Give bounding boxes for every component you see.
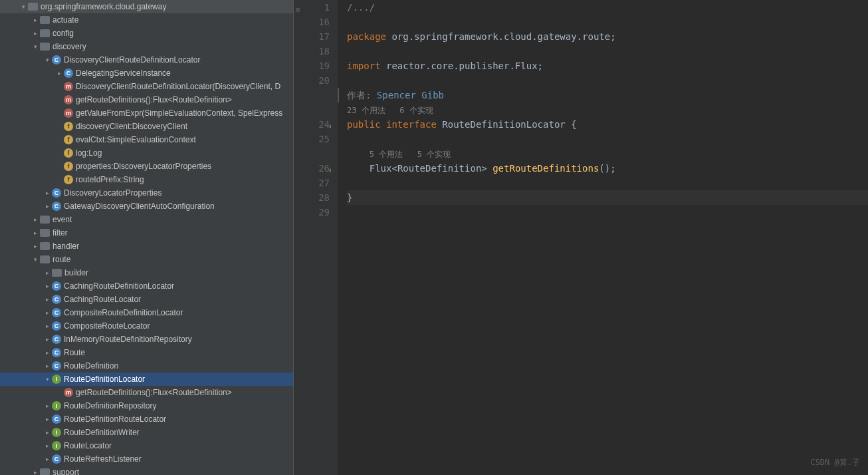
- expand-arrow-icon[interactable]: ▸: [32, 230, 39, 236]
- tree-item[interactable]: ▸mgetRouteDefinitions():Flux<RouteDefini…: [0, 386, 293, 399]
- expand-arrow-icon[interactable]: ▸: [44, 429, 51, 436]
- expand-arrow-icon[interactable]: ▸: [44, 323, 51, 329]
- tree-item[interactable]: ▸CCachingRouteDefinitionLocator: [0, 279, 293, 293]
- folder-icon: [40, 16, 50, 24]
- tree-item[interactable]: ▾IRouteDefinitionLocator: [0, 373, 293, 386]
- class-icon: C: [64, 69, 73, 78]
- tree-item[interactable]: ▸fdiscoveryClient:DiscoveryClient: [0, 120, 293, 133]
- tree-item[interactable]: ▸mgetRouteDefinitions():Flux<RouteDefini…: [0, 93, 293, 106]
- tree-item[interactable]: ▸mgetValueFromExpr(SimpleEvaluationConte…: [0, 106, 293, 120]
- expand-arrow-icon[interactable]: ▾: [32, 43, 39, 50]
- tree-item[interactable]: ▸config: [0, 27, 293, 40]
- expand-arrow-icon[interactable]: ▸: [44, 402, 51, 409]
- tree-item[interactable]: ▸CCachingRouteLocator: [0, 293, 293, 306]
- tree-item[interactable]: ▸fevalCtxt:SimpleEvaluationContext: [0, 133, 293, 146]
- expand-arrow-icon[interactable]: ▾: [44, 57, 51, 63]
- class-icon: C: [52, 361, 61, 371]
- method-name: getRouteDefinitions: [492, 163, 599, 174]
- expand-arrow-icon[interactable]: ▸: [44, 203, 51, 210]
- class-icon: C: [52, 321, 61, 331]
- expand-arrow-icon[interactable]: ▸: [44, 363, 51, 369]
- tree-item[interactable]: ▸CInMemoryRouteDefinitionRepository: [0, 333, 293, 346]
- tree-item[interactable]: ▸event: [0, 213, 293, 226]
- brace: {: [571, 119, 576, 130]
- expand-arrow-icon[interactable]: ▸: [44, 190, 51, 196]
- tree-item[interactable]: ▸frouteIdPrefix:String: [0, 173, 293, 186]
- line-number: [294, 88, 330, 102]
- class-icon: C: [52, 335, 61, 344]
- tree-item[interactable]: ▸CDiscoveryLocatorProperties: [0, 186, 293, 200]
- field-icon: f: [64, 148, 73, 158]
- expand-arrow-icon[interactable]: ▾: [44, 376, 51, 383]
- expand-arrow-icon[interactable]: ▸: [32, 30, 39, 37]
- code-area[interactable]: /.../ package org.springframework.cloud.…: [338, 0, 868, 475]
- tree-item-label: CachingRouteDefinitionLocator: [64, 281, 174, 291]
- class-icon: C: [52, 414, 61, 424]
- tree-item[interactable]: ▸IRouteDefinitionRepository: [0, 399, 293, 412]
- interface-name: RouteDefinitionLocator: [442, 119, 571, 130]
- usage-hint[interactable]: 23 个用法 6 个实现: [347, 106, 433, 115]
- tree-item-label: CompositeRouteLocator: [64, 321, 150, 331]
- tree-item[interactable]: ▾CDiscoveryClientRouteDefinitionLocator: [0, 53, 293, 67]
- tree-item[interactable]: ▸CRouteDefinitionRouteLocator: [0, 412, 293, 426]
- tree-item[interactable]: ▸mDiscoveryClientRouteDefinitionLocator(…: [0, 80, 293, 93]
- tree-item[interactable]: ▸CRouteRefreshListener: [0, 452, 293, 466]
- brace: }: [347, 192, 352, 203]
- tree-item[interactable]: ▸IRouteLocator: [0, 439, 293, 452]
- folder-icon: [40, 43, 50, 51]
- expand-arrow-icon[interactable]: ▸: [32, 216, 39, 223]
- line-number: 16: [294, 15, 330, 29]
- tree-item[interactable]: ▾discovery: [0, 40, 293, 53]
- fold-placeholder[interactable]: /.../: [347, 2, 375, 13]
- expand-arrow-icon[interactable]: ▸: [32, 469, 39, 475]
- tree-item[interactable]: ▸CCompositeRouteDefinitionLocator: [0, 306, 293, 319]
- tree-item[interactable]: ▸actuate: [0, 13, 293, 27]
- tree-item[interactable]: ▸IRouteDefinitionWriter: [0, 426, 293, 439]
- tree-item[interactable]: ▸CRouteDefinition: [0, 359, 293, 373]
- tree-item-label: discovery: [53, 42, 86, 51]
- expand-arrow-icon[interactable]: ▸: [32, 243, 39, 249]
- expand-arrow-icon[interactable]: ▸: [44, 296, 51, 303]
- tree-item-label: log:Log: [76, 148, 102, 158]
- project-tree[interactable]: ▾org.springframework.cloud.gateway▸actua…: [0, 0, 294, 475]
- expand-arrow-icon[interactable]: ▸: [44, 456, 51, 462]
- tree-item[interactable]: ▸fproperties:DiscoveryLocatorProperties: [0, 160, 293, 173]
- line-number: 25: [294, 132, 330, 146]
- tree-item[interactable]: ▾org.springframework.cloud.gateway: [0, 0, 293, 13]
- gutter: ⊞1 16 17 18 19 20 24⬇ 25 26⬇ 27 28 29: [294, 0, 338, 475]
- tree-item-label: CachingRouteLocator: [64, 295, 141, 304]
- tree-item-label: getValueFromExpr(SimpleEvaluationContext…: [76, 108, 282, 118]
- tree-item[interactable]: ▸support: [0, 466, 293, 475]
- folder-icon: [40, 29, 50, 37]
- expand-arrow-icon[interactable]: ▸: [44, 283, 51, 289]
- usage-hint[interactable]: 5 个用法 5 个实现: [370, 150, 451, 159]
- expand-arrow-icon[interactable]: ▸: [44, 416, 51, 422]
- expand-arrow-icon[interactable]: ▾: [32, 256, 39, 263]
- expand-arrow-icon[interactable]: ▸: [44, 269, 51, 276]
- expand-arrow-icon[interactable]: ▸: [44, 309, 51, 316]
- expand-arrow-icon[interactable]: ▸: [32, 17, 39, 23]
- tree-item-label: config: [53, 29, 74, 38]
- tree-item[interactable]: ▸flog:Log: [0, 146, 293, 160]
- tree-item-label: Route: [64, 348, 85, 357]
- expand-arrow-icon[interactable]: ▸: [44, 336, 51, 343]
- folder-icon: [52, 269, 62, 277]
- tree-item[interactable]: ▸CGatewayDiscoveryClientAutoConfiguratio…: [0, 200, 293, 213]
- method-icon: m: [64, 95, 73, 104]
- expand-arrow-icon[interactable]: ▾: [20, 3, 27, 10]
- tree-item-label: event: [53, 215, 72, 224]
- expand-arrow-icon[interactable]: ▸: [44, 349, 51, 356]
- folder-icon: [40, 229, 50, 237]
- tree-item[interactable]: ▸filter: [0, 226, 293, 239]
- code-editor[interactable]: ⊞1 16 17 18 19 20 24⬇ 25 26⬇ 27 28 29 /.…: [294, 0, 868, 475]
- tree-item[interactable]: ▸builder: [0, 266, 293, 279]
- tree-item[interactable]: ▸CDelegatingServiceInstance: [0, 67, 293, 80]
- tree-item[interactable]: ▾route: [0, 253, 293, 266]
- expand-arrow-icon[interactable]: ▸: [44, 442, 51, 449]
- expand-arrow-icon[interactable]: ▸: [56, 70, 62, 77]
- folder-icon: [40, 255, 50, 263]
- tree-item[interactable]: ▸handler: [0, 239, 293, 253]
- tree-item[interactable]: ▸CCompositeRouteLocator: [0, 319, 293, 333]
- tree-item[interactable]: ▸CRoute: [0, 346, 293, 359]
- tree-item-label: DiscoveryClientRouteDefinitionLocator(Di…: [76, 82, 280, 91]
